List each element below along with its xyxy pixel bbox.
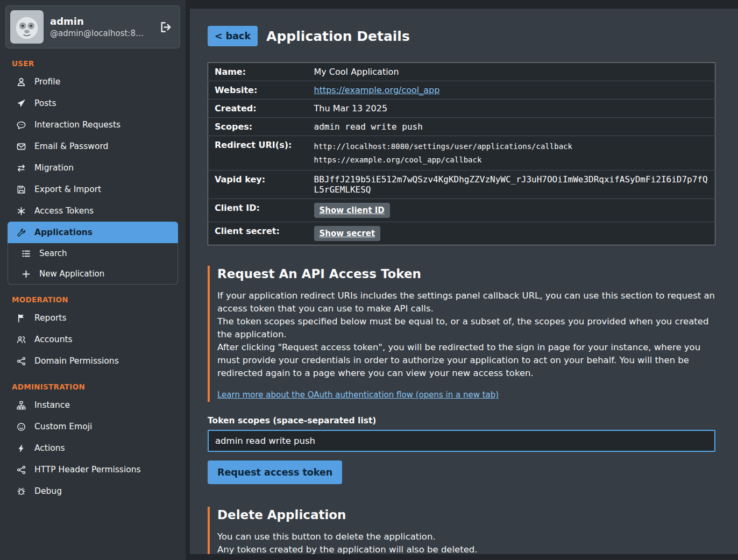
detail-label: Redirect URI(s): bbox=[208, 136, 308, 171]
redirect-uri-2: https://example.org/cool_app/callback bbox=[314, 153, 709, 167]
paper-plane-icon bbox=[16, 99, 26, 108]
username: admin bbox=[50, 16, 146, 27]
sidebar-item-label: Accounts bbox=[34, 335, 73, 344]
sidebar-item-http-header-permissions[interactable]: HTTP Header Permissions bbox=[0, 459, 186, 480]
delete-paragraph: Any tokens created by the application wi… bbox=[217, 543, 715, 554]
logout-icon[interactable] bbox=[160, 21, 172, 33]
table-row-vapid-key: Vapid key: BBJffJ219b5iE512m7wQSzv4KgKDh… bbox=[208, 171, 715, 199]
sidebar-item-label: Instance bbox=[34, 400, 70, 410]
wrench-icon bbox=[16, 228, 26, 237]
sidebar-item-label: Interaction Requests bbox=[34, 120, 120, 130]
detail-value: Show secret bbox=[308, 222, 715, 245]
page-title: Application Details bbox=[266, 29, 410, 44]
sidebar-item-label: Custom Emoji bbox=[34, 422, 92, 431]
sidebar-item-accounts[interactable]: Accounts bbox=[0, 329, 186, 350]
table-row-website: Website: https://example.org/cool_app bbox=[208, 81, 715, 100]
sidebar-item-label: Search bbox=[39, 249, 67, 258]
certificate-icon bbox=[16, 207, 26, 216]
section-heading-user: USER bbox=[12, 59, 174, 68]
detail-label: Website: bbox=[208, 81, 308, 100]
smile-icon bbox=[16, 422, 26, 431]
table-row-name: Name: My Cool Application bbox=[208, 63, 715, 81]
avatar bbox=[10, 10, 44, 44]
back-button[interactable]: < back bbox=[208, 26, 258, 46]
detail-value: Thu Mar 13 2025 bbox=[308, 100, 715, 118]
floppy-disk-icon bbox=[16, 185, 26, 194]
exchange-icon bbox=[16, 164, 26, 173]
plus-icon bbox=[21, 270, 31, 279]
table-row-client-id: Client ID: Show client ID bbox=[208, 199, 715, 222]
detail-label: Name: bbox=[208, 63, 308, 81]
sidebar-item-label: Access Tokens bbox=[34, 206, 94, 216]
show-client-id-button[interactable]: Show client ID bbox=[314, 203, 390, 218]
list-icon bbox=[21, 249, 31, 258]
sidebar-item-label: New Application bbox=[39, 269, 104, 279]
detail-value: admin read write push bbox=[308, 118, 715, 136]
envelope-icon bbox=[16, 142, 26, 151]
website-link[interactable]: https://example.org/cool_app bbox=[314, 85, 440, 95]
sidebar-item-label: Email & Password bbox=[34, 141, 108, 151]
table-row-created: Created: Thu Mar 13 2025 bbox=[208, 100, 715, 118]
sidebar-item-applications[interactable]: Applications bbox=[8, 222, 178, 243]
token-scopes-input[interactable] bbox=[208, 430, 715, 452]
flag-icon bbox=[16, 314, 26, 323]
detail-value: https://example.org/cool_app bbox=[308, 81, 715, 100]
detail-value: BBJffJ219b5iE512m7wQSzv4KgKDhgZZVzNyWC_r… bbox=[308, 171, 715, 199]
users-icon bbox=[16, 335, 26, 344]
sidebar-item-applications-search[interactable]: Search bbox=[8, 243, 178, 264]
detail-label: Vapid key: bbox=[208, 171, 308, 199]
bolt-icon bbox=[16, 444, 26, 453]
sitemap-icon bbox=[16, 401, 26, 410]
user-handle: @admin@localhost:80... bbox=[50, 29, 146, 38]
sidebar-item-instance[interactable]: Instance bbox=[0, 394, 186, 416]
sidebar-item-label: Profile bbox=[34, 77, 60, 87]
show-secret-button[interactable]: Show secret bbox=[314, 226, 381, 241]
delete-paragraph: You can use this button to delete the ap… bbox=[217, 530, 715, 543]
user-icon bbox=[16, 77, 26, 87]
token-request-paragraph: After clicking "Request access token", y… bbox=[217, 341, 715, 380]
redirect-uri-1: http://localhost:8080/settings/user/appl… bbox=[314, 140, 709, 153]
sidebar: admin @admin@localhost:80... USER Profil… bbox=[0, 0, 186, 560]
sidebar-item-new-application[interactable]: New Application bbox=[8, 264, 178, 284]
sidebar-item-label: Migration bbox=[34, 163, 74, 173]
oauth-docs-link[interactable]: Learn more about the OAuth authenticatio… bbox=[217, 390, 499, 400]
comment-icon bbox=[16, 120, 26, 130]
token-scopes-label: Token scopes (space-separated list) bbox=[208, 416, 715, 426]
sidebar-item-custom-emoji[interactable]: Custom Emoji bbox=[0, 416, 186, 437]
sidebar-item-label: Reports bbox=[34, 313, 66, 323]
sidebar-item-posts[interactable]: Posts bbox=[0, 93, 186, 114]
section-heading-moderation: MODERATION bbox=[12, 295, 174, 304]
detail-value: Show client ID bbox=[308, 199, 715, 222]
sidebar-item-label: Actions bbox=[34, 443, 65, 453]
sidebar-item-export-import[interactable]: Export & Import bbox=[0, 179, 186, 200]
sidebar-item-label: HTTP Header Permissions bbox=[34, 465, 141, 474]
sidebar-item-debug[interactable]: Debug bbox=[0, 480, 186, 502]
request-button-row: Request access token bbox=[208, 452, 715, 484]
token-request-paragraph: The token scopes specified below must be… bbox=[217, 315, 715, 341]
request-access-token-button[interactable]: Request access token bbox=[208, 460, 342, 484]
sidebar-item-reports[interactable]: Reports bbox=[0, 307, 186, 329]
detail-label: Scopes: bbox=[208, 118, 308, 136]
detail-label: Client ID: bbox=[208, 199, 308, 222]
detail-label: Created: bbox=[208, 100, 308, 118]
main-content: < back Application Details Name: My Cool… bbox=[190, 9, 738, 554]
table-row-redirect-uris: Redirect URI(s): http://localhost:8080/s… bbox=[208, 136, 715, 171]
user-card[interactable]: admin @admin@localhost:80... bbox=[5, 5, 180, 48]
table-row-scopes: Scopes: admin read write push bbox=[208, 118, 715, 136]
share-nodes-icon bbox=[16, 357, 26, 366]
application-details-table: Name: My Cool Application Website: https… bbox=[208, 62, 715, 245]
sidebar-item-profile[interactable]: Profile bbox=[0, 71, 186, 93]
detail-value: My Cool Application bbox=[308, 63, 715, 81]
sidebar-item-domain-permissions[interactable]: Domain Permissions bbox=[0, 350, 186, 372]
detail-label: Client secret: bbox=[208, 222, 308, 245]
sidebar-item-interaction-requests[interactable]: Interaction Requests bbox=[0, 114, 186, 136]
token-request-section: Request An API Access Token If your appl… bbox=[208, 266, 715, 402]
detail-value: http://localhost:8080/settings/user/appl… bbox=[308, 136, 715, 171]
token-request-paragraph: If your application redirect URIs includ… bbox=[217, 289, 715, 315]
sidebar-item-email-password[interactable]: Email & Password bbox=[0, 136, 186, 157]
title-row: < back Application Details bbox=[208, 26, 715, 46]
sidebar-item-access-tokens[interactable]: Access Tokens bbox=[0, 200, 186, 222]
sidebar-item-actions[interactable]: Actions bbox=[0, 437, 186, 459]
sidebar-item-migration[interactable]: Migration bbox=[0, 157, 186, 179]
applications-group: Applications Search New Application bbox=[8, 222, 178, 285]
